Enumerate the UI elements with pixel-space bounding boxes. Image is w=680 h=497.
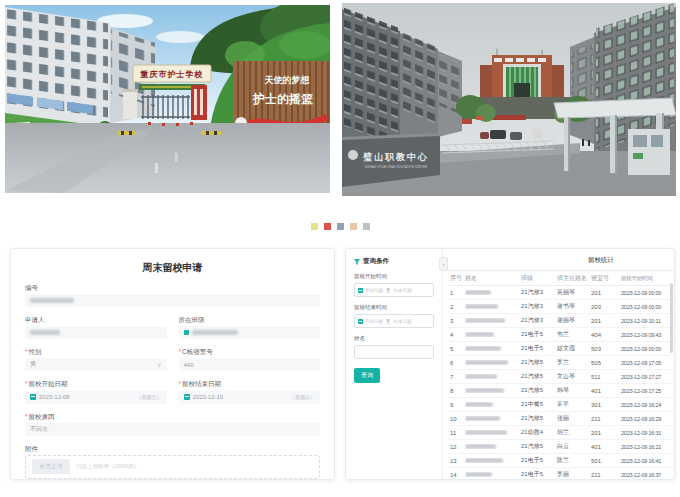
name-label: 姓名 bbox=[354, 335, 434, 342]
dorm-input[interactable]: 440 bbox=[179, 358, 321, 371]
cell-teacher: 谢丽琴 bbox=[557, 316, 591, 325]
carousel-dot[interactable] bbox=[311, 223, 318, 230]
cell-name bbox=[465, 472, 521, 477]
gender-select[interactable]: 男 ∨ bbox=[25, 358, 167, 371]
cell-start: 2023-12-09 16:24 bbox=[621, 402, 674, 408]
cell-index: 8 bbox=[448, 388, 465, 394]
table-row[interactable]: 621汽修5李兰5052023-12-09 17:0520 bbox=[448, 356, 674, 370]
end-date-input[interactable]: 2023-12-10 （星期日） bbox=[179, 391, 321, 404]
masked-name bbox=[465, 304, 498, 309]
field-attachment: 附件 点击上传 只能上传附件（200M内） bbox=[25, 445, 320, 479]
cell-start: 2023-12-09 09:43 bbox=[621, 332, 674, 338]
end-time-label: 留校结束时间 bbox=[354, 304, 434, 311]
cell-name bbox=[465, 402, 521, 407]
scrollbar-thumb[interactable] bbox=[670, 283, 673, 353]
start-date-input[interactable]: 2023-12-08 （星期五） bbox=[25, 391, 167, 404]
cell-name bbox=[465, 332, 521, 337]
cell-teacher: 韩琴 bbox=[557, 386, 591, 395]
cell-index: 1 bbox=[448, 290, 465, 296]
cell-index: 9 bbox=[448, 402, 465, 408]
cell-teacher: 李丽 bbox=[557, 470, 591, 479]
table-title: 留校统计 bbox=[448, 256, 674, 265]
table-row[interactable]: 221汽修3谢书琴2032023-12-09 00:0020 bbox=[448, 300, 674, 314]
cell-class: 21电子5 bbox=[521, 344, 557, 353]
cell-teacher: 文山琴 bbox=[557, 372, 591, 381]
table-body: 121汽修3吴丽琴2012023-12-09 00:0020221汽修3谢书琴2… bbox=[448, 286, 674, 479]
number-label: 编号 bbox=[25, 284, 320, 291]
cell-index: 3 bbox=[448, 318, 465, 324]
end-time-range-picker[interactable]: 开始日期 至 结束日期 bbox=[354, 314, 434, 328]
table-row[interactable]: 1421电子5李丽2112023-12-09 16:3720 bbox=[448, 468, 674, 479]
carousel-dot[interactable] bbox=[337, 223, 344, 230]
table-row[interactable]: 1321电子5陈兰5012023-12-09 16:4120 bbox=[448, 454, 674, 468]
cell-index: 6 bbox=[448, 360, 465, 366]
table-row[interactable]: 1021汽修5张丽2112023-12-09 16:2920 bbox=[448, 412, 674, 426]
cell-name bbox=[465, 290, 521, 295]
start-time-range-picker[interactable]: 开始日期 至 结束日期 bbox=[354, 283, 434, 297]
attachment-dropzone[interactable]: 点击上传 只能上传附件（200M内） bbox=[25, 455, 320, 479]
upload-hint: 只能上传附件（200M内） bbox=[76, 463, 139, 470]
table-row[interactable]: 821汽修5韩琴4012023-12-09 17:2520 bbox=[448, 384, 674, 398]
street-illustration: 璧山职教中心 BISHAN VOCATIONAL EDUCATION CENTE… bbox=[342, 3, 676, 196]
masked-name bbox=[465, 388, 504, 393]
table-row[interactable]: 421电子5韦兰4042023-12-09 09:4320 bbox=[448, 328, 674, 342]
start-date-label: 留校开始日期 bbox=[25, 380, 167, 387]
cell-room: 211 bbox=[591, 416, 621, 422]
masked-value bbox=[30, 330, 60, 335]
cell-class: 21幼教4 bbox=[521, 428, 557, 437]
table-row[interactable]: 1121幼教4胡兰2012023-12-09 16:3120 bbox=[448, 426, 674, 440]
range-start-placeholder: 开始日期 bbox=[365, 288, 383, 293]
masked-name bbox=[465, 290, 491, 295]
search-button[interactable]: 查询 bbox=[354, 368, 380, 383]
field-class: 所在班级 bbox=[179, 316, 321, 339]
cell-index: 11 bbox=[448, 430, 465, 436]
name-input[interactable] bbox=[354, 345, 434, 359]
cell-index: 14 bbox=[448, 472, 465, 478]
range-end-placeholder: 结束日期 bbox=[394, 319, 412, 324]
cell-teacher: 白云 bbox=[557, 442, 591, 451]
cell-teacher: 李兰 bbox=[557, 358, 591, 367]
masked-name bbox=[465, 318, 505, 323]
column-header: 班主任姓名 bbox=[557, 274, 591, 283]
table-row[interactable]: 921中餐5宋平3012023-12-09 16:2420 bbox=[448, 398, 674, 412]
cell-start: 2023-12-09 16:37 bbox=[621, 472, 674, 478]
filter-funnel-icon bbox=[354, 259, 360, 265]
filter-title: 查询条件 bbox=[363, 257, 389, 266]
table-row[interactable]: 1221汽修5白云4012023-12-09 16:2120 bbox=[448, 440, 674, 454]
cell-index: 13 bbox=[448, 458, 465, 464]
cell-start: 2023-12-09 16:31 bbox=[621, 430, 674, 436]
table-row[interactable]: 121汽修3吴丽琴2012023-12-09 00:0020 bbox=[448, 286, 674, 300]
wall-slogan-line2: 护士的摇篮 bbox=[252, 92, 313, 106]
table-row[interactable]: 721汽修5文山琴5112023-12-09 17:2720 bbox=[448, 370, 674, 384]
table-row[interactable]: 521电子5赵文霞5032023-12-09 00:0020 bbox=[448, 342, 674, 356]
calendar-icon bbox=[30, 394, 36, 400]
reason-input[interactable]: 不回去 bbox=[25, 423, 320, 436]
cell-room: 201 bbox=[591, 430, 621, 436]
applicant-input[interactable] bbox=[25, 326, 167, 339]
cell-name bbox=[465, 416, 521, 421]
gender-label: 性别 bbox=[25, 348, 167, 355]
class-input[interactable] bbox=[179, 326, 321, 339]
carousel-dot[interactable] bbox=[363, 223, 370, 230]
cell-index: 10 bbox=[448, 416, 465, 422]
carousel-dot[interactable] bbox=[324, 223, 331, 230]
cell-teacher: 赵文霞 bbox=[557, 344, 591, 353]
column-header: 姓名 bbox=[465, 274, 521, 283]
column-header: 寝室号 bbox=[591, 274, 621, 283]
cell-index: 2 bbox=[448, 304, 465, 310]
cell-teacher: 吴丽琴 bbox=[557, 288, 591, 297]
table-row[interactable]: 321汽修3谢丽琴2012023-12-09 10:1120 bbox=[448, 314, 674, 328]
cell-start: 2023-12-09 17:05 bbox=[621, 360, 674, 366]
cell-name bbox=[465, 304, 521, 309]
vocational-center-photo: 璧山职教中心 BISHAN VOCATIONAL EDUCATION CENTE… bbox=[342, 3, 676, 196]
number-input[interactable] bbox=[25, 294, 320, 307]
upload-button[interactable]: 点击上传 bbox=[32, 459, 70, 474]
school-gate-sign: 重庆市护士学校 bbox=[140, 69, 204, 79]
carousel-dot[interactable] bbox=[350, 223, 357, 230]
cell-class: 21汽修5 bbox=[521, 442, 557, 451]
end-weekday: （星期日） bbox=[290, 394, 315, 400]
cell-room: 301 bbox=[591, 402, 621, 408]
cell-name bbox=[465, 374, 521, 379]
masked-name bbox=[465, 402, 493, 407]
field-applicant: 申请人 bbox=[25, 316, 167, 339]
